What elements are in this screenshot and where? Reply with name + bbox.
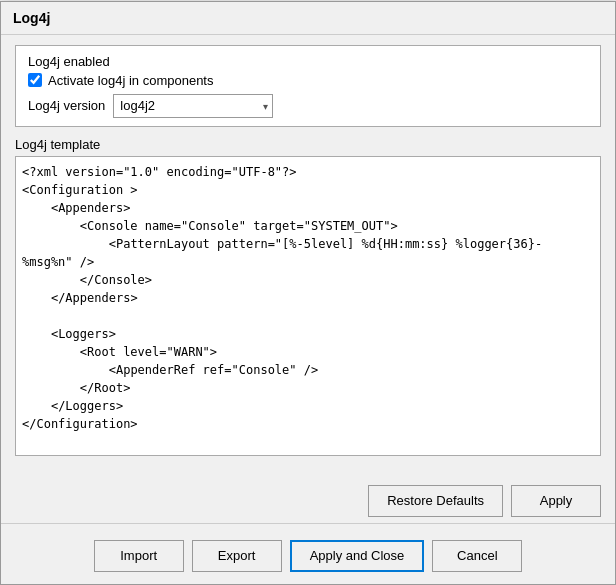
template-section: Log4j template <box>15 137 601 459</box>
dialog-title: Log4j <box>1 2 615 35</box>
divider <box>1 523 615 524</box>
log4j-dialog: Log4j Log4j enabled Activate log4j in co… <box>0 1 616 585</box>
apply-close-button[interactable]: Apply and Close <box>290 540 425 572</box>
export-button[interactable]: Export <box>192 540 282 572</box>
restore-defaults-button[interactable]: Restore Defaults <box>368 485 503 517</box>
apply-button[interactable]: Apply <box>511 485 601 517</box>
activate-label: Activate log4j in components <box>48 73 213 88</box>
template-label: Log4j template <box>15 137 601 152</box>
import-button[interactable]: Import <box>94 540 184 572</box>
template-textarea[interactable] <box>15 156 601 456</box>
activate-checkbox-row: Activate log4j in components <box>28 73 588 88</box>
main-action-buttons: Import Export Apply and Close Cancel <box>1 532 615 584</box>
cancel-button[interactable]: Cancel <box>432 540 522 572</box>
version-label: Log4j version <box>28 98 105 113</box>
version-select[interactable]: log4j2 log4j1 <box>113 94 273 118</box>
dialog-body: Log4j enabled Activate log4j in componen… <box>1 35 615 479</box>
activate-checkbox[interactable] <box>28 73 42 87</box>
enabled-label: Log4j enabled <box>28 54 588 69</box>
enabled-section: Log4j enabled Activate log4j in componen… <box>15 45 601 127</box>
top-action-buttons: Restore Defaults Apply <box>1 479 615 523</box>
version-row: Log4j version log4j2 log4j1 ▾ <box>28 94 588 118</box>
version-select-wrapper: log4j2 log4j1 ▾ <box>113 94 273 118</box>
